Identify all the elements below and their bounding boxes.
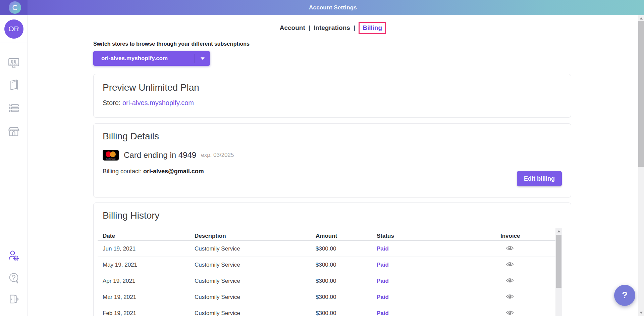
cell-description: Customily Service [195, 310, 316, 316]
avatar-container: OR [0, 15, 28, 43]
billing-tab-highlight-box: Billing [359, 22, 386, 34]
column-header-status: Status [377, 233, 500, 239]
store-link[interactable]: ori-alves.myshopify.com [122, 99, 194, 106]
cell-date: Apr 19, 2021 [103, 278, 195, 284]
mastercard-icon: mastercard [103, 150, 119, 161]
scroll-up-arrow-icon[interactable] [640, 17, 643, 19]
sidebar-item-help[interactable] [0, 270, 28, 286]
customily-logo-icon[interactable]: C [9, 1, 21, 14]
cell-invoice [500, 245, 556, 253]
card-ending-text: Card ending in 4949 [124, 150, 196, 160]
billing-history-rows: Jun 19, 2021 Customily Service $300.00 P… [98, 241, 556, 316]
sidebar-item-templates[interactable] [0, 77, 28, 93]
cell-date: Mar 19, 2021 [103, 294, 195, 301]
invoice-eye-icon [506, 245, 514, 251]
view-invoice-button[interactable] [503, 261, 517, 269]
cell-date: May 19, 2021 [103, 262, 195, 268]
plan-card-title: Preview Unlimited Plan [103, 82, 562, 93]
monitor-design-icon [7, 56, 21, 70]
billing-contact-email: ori-alves@gmail.com [143, 168, 204, 175]
billing-details-title: Billing Details [103, 131, 562, 142]
billing-details-card: Billing Details mastercard Card ending i… [93, 123, 571, 197]
cell-status: Paid [377, 310, 500, 316]
tab-separator: | [309, 24, 310, 32]
billing-history-title: Billing History [103, 210, 562, 221]
view-invoice-button[interactable] [503, 293, 517, 301]
tab-account[interactable]: Account [280, 24, 305, 32]
help-bubble-icon [7, 271, 21, 285]
settings-tabs: Account | Integrations | Billing [28, 20, 638, 36]
plan-card: Preview Unlimited Plan Store: ori-alves.… [93, 74, 571, 118]
invoice-eye-icon [506, 310, 514, 315]
sidebar-item-store[interactable] [0, 124, 28, 140]
table-scrollbar-thumb[interactable] [556, 235, 561, 288]
column-header-description: Description [195, 233, 316, 239]
cell-invoice [500, 261, 556, 269]
app-header: C Account Settings [0, 0, 644, 15]
billing-contact-label: Billing contact: [103, 168, 142, 175]
avatar[interactable]: OR [4, 19, 23, 39]
store-dropdown[interactable]: ori-alves.myshopify.com [93, 51, 210, 66]
card-expiry-text: exp. 03/2025 [201, 152, 234, 159]
list-icon [7, 101, 21, 115]
invoice-eye-icon [506, 262, 514, 267]
cell-amount: $300.00 [316, 294, 377, 301]
help-fab-button[interactable]: ? [614, 285, 635, 306]
cell-status: Paid [377, 294, 500, 301]
cell-description: Customily Service [195, 294, 316, 301]
invoice-eye-icon [506, 278, 514, 283]
sidebar-item-logout[interactable] [0, 291, 28, 307]
page-scrollbar-thumb[interactable] [638, 21, 644, 167]
cell-description: Customily Service [195, 262, 316, 268]
store-switcher-label: Switch stores to browse through your dif… [93, 41, 250, 47]
sidebar-item-design-studio[interactable] [0, 55, 28, 71]
billing-history-table: Date Description Amount Status Invoice J… [98, 231, 556, 316]
table-scroll-up-arrow-icon[interactable] [557, 230, 560, 232]
view-invoice-button[interactable] [503, 245, 517, 253]
scroll-down-arrow-icon[interactable] [640, 312, 643, 314]
billing-contact-line: Billing contact: ori-alves@gmail.com [103, 168, 562, 175]
page-scrollbar[interactable] [638, 15, 644, 316]
cell-amount: $300.00 [316, 262, 377, 268]
cell-description: Customily Service [195, 245, 316, 252]
cell-amount: $300.00 [316, 245, 377, 252]
store-label: Store: [103, 99, 120, 106]
table-row: Feb 19, 2021 Customily Service $300.00 P… [98, 305, 556, 316]
storefront-icon [7, 125, 21, 139]
tab-billing[interactable]: Billing [363, 24, 382, 31]
cell-date: Jun 19, 2021 [103, 245, 195, 252]
table-scrollbar[interactable] [555, 228, 562, 316]
tab-separator: | [354, 24, 355, 32]
cell-description: Customily Service [195, 278, 316, 284]
logout-door-icon [7, 292, 21, 306]
user-gear-icon [6, 249, 21, 264]
chevron-down-icon [201, 57, 205, 60]
account-settings-page: C Account Settings OR [0, 0, 644, 316]
invoice-eye-icon [506, 294, 514, 299]
tab-integrations[interactable]: Integrations [314, 24, 350, 32]
edit-billing-button[interactable]: Edit billing [517, 171, 562, 186]
sidebar: OR [0, 15, 28, 316]
sidebar-item-products-list[interactable] [0, 100, 28, 116]
cell-invoice [500, 309, 556, 316]
table-row: Apr 19, 2021 Customily Service $300.00 P… [98, 273, 556, 289]
page-title: Account Settings [28, 0, 638, 15]
table-header-row: Date Description Amount Status Invoice [98, 231, 556, 241]
view-invoice-button[interactable] [503, 277, 517, 285]
cell-amount: $300.00 [316, 310, 377, 316]
credit-card-row: mastercard Card ending in 4949 exp. 03/2… [103, 150, 562, 161]
column-header-date: Date [103, 233, 195, 239]
column-header-invoice: Invoice [500, 233, 556, 239]
cell-status: Paid [377, 245, 500, 252]
sidebar-item-account-settings[interactable] [0, 248, 28, 264]
cell-amount: $300.00 [316, 278, 377, 284]
table-row: Jun 19, 2021 Customily Service $300.00 P… [98, 241, 556, 257]
plan-store-line: Store: ori-alves.myshopify.com [103, 99, 562, 107]
cell-date: Feb 19, 2021 [103, 310, 195, 316]
table-row: Mar 19, 2021 Customily Service $300.00 P… [98, 289, 556, 305]
store-dropdown-selected: ori-alves.myshopify.com [93, 55, 195, 62]
cell-invoice [500, 293, 556, 301]
column-header-amount: Amount [316, 233, 377, 239]
view-invoice-button[interactable] [503, 309, 517, 316]
store-dropdown-caret-zone[interactable] [195, 54, 210, 63]
